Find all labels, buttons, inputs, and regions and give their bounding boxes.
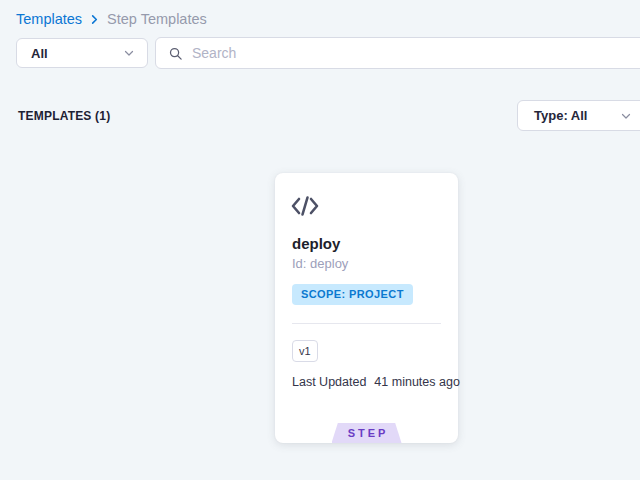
template-type-badge: STEP (332, 423, 402, 443)
breadcrumb-templates-link[interactable]: Templates (16, 11, 82, 27)
chevron-down-icon (123, 47, 135, 59)
scope-filter-dropdown[interactable]: All (16, 38, 148, 68)
templates-count-label: TEMPLATES (1) (18, 109, 110, 123)
search-box (155, 37, 640, 69)
chevron-right-icon (89, 14, 100, 25)
card-divider (292, 323, 441, 324)
chevron-down-icon (620, 110, 632, 122)
scope-badge: SCOPE: PROJECT (292, 284, 413, 305)
scope-filter-value: All (31, 46, 48, 61)
breadcrumb-current: Step Templates (107, 11, 207, 27)
template-title: deploy (292, 235, 340, 252)
last-updated-value: 41 minutes ago (374, 375, 459, 389)
last-updated-label: Last Updated (292, 375, 366, 389)
step-templates-page: Templates Step Templates All TEMPLATES (… (0, 0, 640, 480)
code-icon (291, 194, 319, 222)
type-filter-dropdown[interactable]: Type: All (517, 100, 640, 131)
breadcrumb: Templates Step Templates (16, 11, 207, 27)
last-updated-row: Last Updated 41 minutes ago (292, 375, 460, 389)
type-filter-value: Type: All (534, 108, 587, 123)
search-input[interactable] (192, 45, 636, 61)
template-id: Id: deploy (292, 256, 348, 271)
template-card-deploy[interactable]: deploy Id: deploy SCOPE: PROJECT v1 Last… (275, 173, 458, 443)
version-chip[interactable]: v1 (292, 340, 318, 362)
search-icon (168, 46, 183, 61)
